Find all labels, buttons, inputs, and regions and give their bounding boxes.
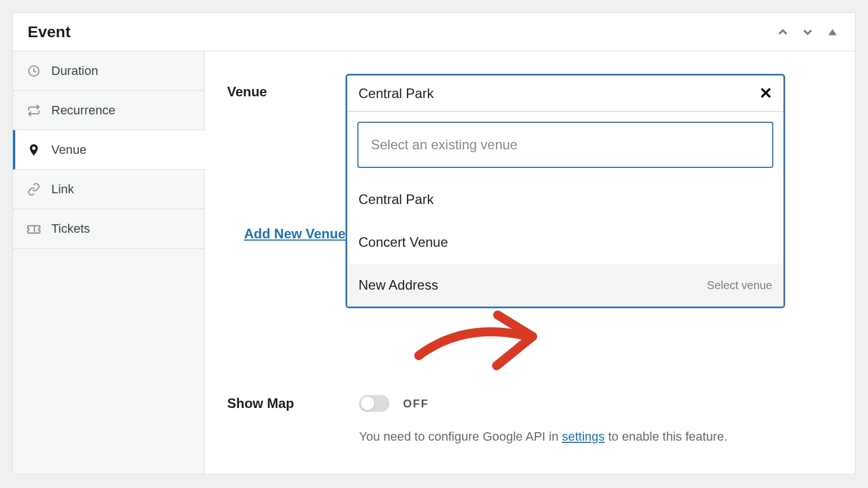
- show-map-label: Show Map: [227, 396, 346, 411]
- panel-header-controls: [775, 24, 840, 40]
- venue-option-label: Concert Venue: [358, 234, 448, 250]
- sidebar-item-duration[interactable]: Duration: [13, 51, 204, 91]
- collapse-icon[interactable]: [825, 24, 840, 40]
- venue-dropdown[interactable]: Central Park ✕ Central Park: [346, 74, 785, 308]
- sidebar-item-venue[interactable]: Venue: [13, 130, 205, 170]
- venue-option[interactable]: Central Park: [347, 178, 783, 221]
- link-icon: [26, 182, 41, 197]
- close-icon[interactable]: ✕: [759, 84, 772, 103]
- add-new-venue-link[interactable]: Add New Venue: [244, 226, 346, 241]
- sidebar-item-recurrence[interactable]: Recurrence: [13, 91, 204, 130]
- panel-body: Duration Recurrence Venue: [13, 51, 855, 474]
- venue-option-label: Central Park: [358, 192, 433, 207]
- sidebar-item-tickets[interactable]: Tickets: [13, 209, 204, 249]
- venue-option-list: Central Park Concert Venue New Address S…: [347, 178, 783, 307]
- repeat-icon: [26, 103, 41, 118]
- helptext-post: to enable this feature.: [605, 429, 728, 443]
- show-map-toggle[interactable]: [359, 395, 389, 412]
- sidebar-item-link[interactable]: Link: [13, 170, 204, 209]
- pin-icon: [26, 143, 41, 157]
- sidebar-item-label: Recurrence: [51, 103, 116, 118]
- venue-option-hint: Select venue: [707, 279, 772, 292]
- move-up-icon[interactable]: [775, 24, 791, 40]
- venue-dropdown-selected-row: Central Park ✕: [347, 76, 783, 112]
- venue-option-label: New Address: [358, 277, 438, 293]
- move-down-icon[interactable]: [800, 24, 816, 40]
- venue-option[interactable]: New Address Select venue: [347, 264, 783, 307]
- event-panel: Event Duration: [12, 12, 856, 474]
- panel-header: Event: [13, 13, 855, 51]
- clock-icon: [26, 64, 41, 78]
- event-sidebar: Duration Recurrence Venue: [13, 51, 205, 474]
- event-main: Venue Central Park ✕: [205, 51, 855, 474]
- panel-title: Event: [28, 23, 70, 41]
- annotation-arrow-icon: [413, 305, 543, 372]
- venue-field-label: Venue: [227, 74, 346, 308]
- helptext-pre: You need to configure Google API in: [359, 429, 562, 443]
- toggle-knob: [361, 397, 374, 410]
- sidebar-item-label: Link: [51, 182, 74, 197]
- venue-search-input[interactable]: [357, 122, 773, 168]
- show-map-helptext: You need to configure Google API in sett…: [359, 427, 787, 446]
- sidebar-item-label: Duration: [51, 64, 98, 78]
- settings-link[interactable]: settings: [562, 429, 605, 443]
- sidebar-item-label: Tickets: [51, 221, 90, 236]
- venue-selected-value: Central Park: [358, 86, 433, 101]
- sidebar-item-label: Venue: [51, 143, 86, 157]
- show-map-state: OFF: [403, 397, 429, 410]
- ticket-icon: [26, 221, 41, 236]
- venue-option[interactable]: Concert Venue: [347, 221, 783, 264]
